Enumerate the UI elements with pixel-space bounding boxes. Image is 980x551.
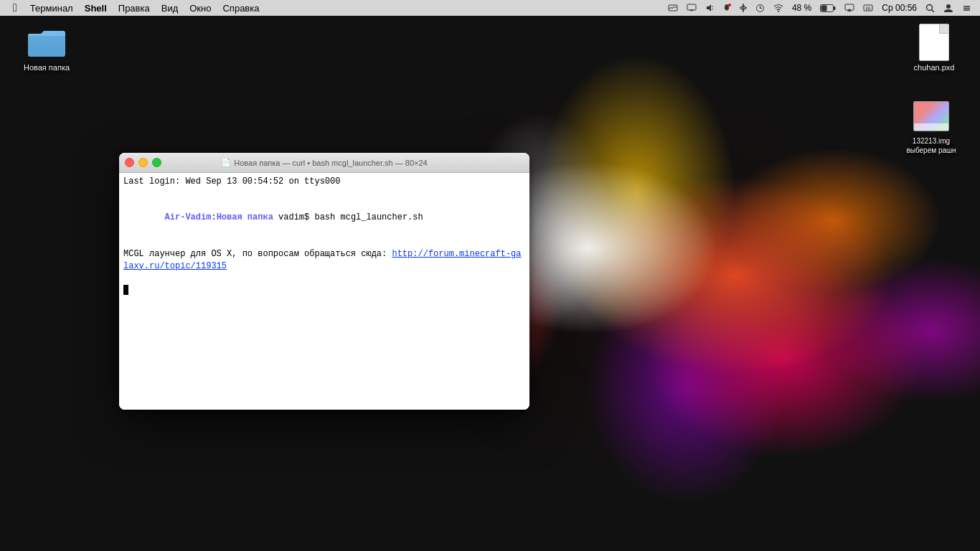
time-machine-icon[interactable] <box>753 0 768 16</box>
activity-monitor-icon[interactable] <box>665 0 681 16</box>
menubar-terminal[interactable]: Терминал <box>24 0 79 16</box>
menubar-shell[interactable]: Shell <box>79 0 113 16</box>
terminal-titlebar: 📄 Новая папка — curl • bash mcgl_launche… <box>119 153 529 173</box>
terminal-line-cursor-line <box>123 284 525 296</box>
menubar-window[interactable]: Окно <box>184 0 217 16</box>
svg-rect-27 <box>28 34 65 57</box>
terminal-content[interactable]: Last login: Wed Sep 13 00:54:52 on ttys0… <box>119 173 529 410</box>
menubar:  Терминал Shell Правка Вид Окно Справка <box>0 0 980 16</box>
terminal-window[interactable]: 📄 Новая папка — curl • bash mcgl_launche… <box>119 153 529 410</box>
desktop:  Терминал Shell Правка Вид Окно Справка <box>0 0 980 551</box>
chuhan-pxd-label: chuhan.pxd <box>914 62 955 72</box>
sound-icon[interactable] <box>702 0 717 16</box>
notification-icon[interactable] <box>720 0 734 16</box>
terminal-output-prefix: MCGL лаунчер для OS X, по вопросам обращ… <box>123 249 392 259</box>
terminal-line-login: Last login: Wed Sep 13 00:54:52 on ttys0… <box>123 176 525 188</box>
menubar-view[interactable]: Вид <box>156 0 184 16</box>
wifi-icon[interactable] <box>771 0 786 16</box>
svg-point-12 <box>778 11 779 12</box>
new-folder-label: Новая папка <box>24 62 70 72</box>
terminal-title-icon: 📄 <box>221 158 231 167</box>
terminal-prompt-text: Air-Vadim:Новая папка vadim$ bash mcgl_l… <box>165 212 423 222</box>
image-file-label: 132213.img выберем рашн <box>906 136 956 155</box>
battery-icon[interactable] <box>817 0 839 16</box>
svg-point-20 <box>927 4 933 10</box>
terminal-cursor <box>123 285 128 295</box>
maximize-button[interactable] <box>152 158 161 167</box>
user-icon[interactable] <box>941 0 956 16</box>
battery-percent: 48 % <box>789 0 814 16</box>
folder-icon-image <box>27 25 67 60</box>
svg-line-5 <box>712 6 713 7</box>
apple-icon:  <box>13 1 17 14</box>
bluetooth-icon[interactable] <box>737 0 750 16</box>
svg-rect-1 <box>687 4 696 10</box>
desktop-icon-chuhan-pxd[interactable]: chuhan.pxd <box>905 25 963 72</box>
notification-center-icon[interactable] <box>959 0 974 16</box>
airplay-icon[interactable] <box>842 0 857 16</box>
svg-rect-15 <box>821 5 827 11</box>
close-button[interactable] <box>125 158 134 167</box>
minimize-button[interactable] <box>138 158 148 167</box>
terminal-line-output: MCGL лаунчер для OS X, по вопросам обращ… <box>123 248 525 273</box>
desktop-icon-image-file[interactable]: 132213.img выберем рашн <box>903 99 960 155</box>
apple-menu[interactable]:  <box>6 0 24 16</box>
svg-marker-4 <box>707 4 711 11</box>
menubar-help[interactable]: Справка <box>217 0 265 16</box>
desktop-icon-new-folder[interactable]: Новая папка <box>18 25 75 72</box>
menubar-edit[interactable]: Правка <box>113 0 156 16</box>
image-file-icon-image <box>911 99 951 133</box>
svg-line-21 <box>932 9 935 12</box>
keyboard-layout-icon[interactable]: EN <box>860 0 876 16</box>
svg-point-22 <box>946 4 951 9</box>
window-buttons <box>125 158 161 167</box>
clock: Ср 00:56 <box>879 0 920 16</box>
svg-rect-14 <box>834 6 836 10</box>
svg-line-6 <box>712 9 713 10</box>
svg-point-8 <box>728 4 731 6</box>
terminal-title: 📄 Новая папка — curl • bash mcgl_launche… <box>221 158 427 167</box>
display-icon[interactable] <box>684 0 699 16</box>
spotlight-icon[interactable] <box>923 0 938 16</box>
svg-rect-7 <box>725 9 727 11</box>
svg-text:EN: EN <box>866 6 872 11</box>
terminal-line-prompt: Air-Vadim:Новая папка vadim$ bash mcgl_l… <box>123 200 525 236</box>
file-icon-image <box>914 25 954 60</box>
